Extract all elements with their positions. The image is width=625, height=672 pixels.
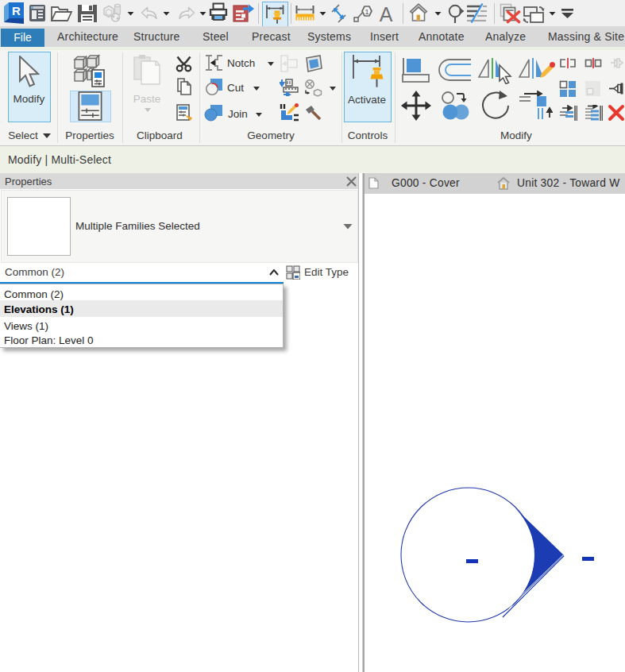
svg-text:A: A bbox=[380, 5, 393, 24]
svg-text:R: R bbox=[12, 4, 21, 17]
svg-text:1: 1 bbox=[365, 8, 368, 16]
